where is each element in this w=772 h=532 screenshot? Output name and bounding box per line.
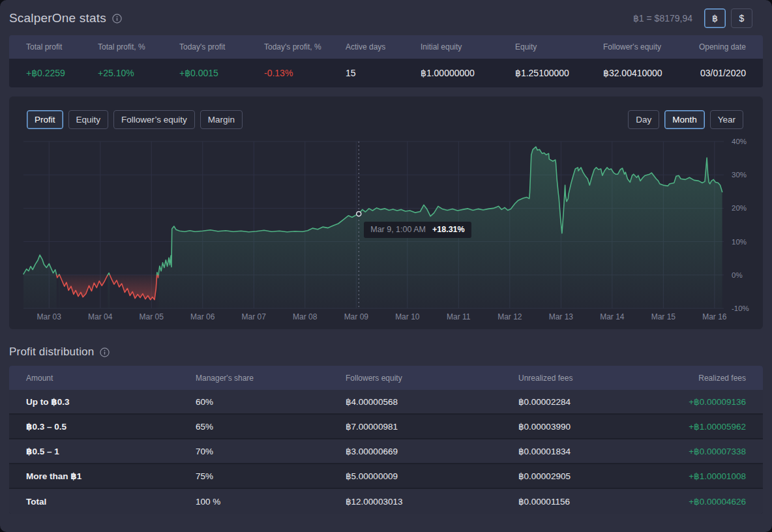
svg-text:Mar 12: Mar 12 (497, 312, 522, 321)
distribution-followers-equity: ฿12.00003013 (336, 496, 509, 507)
distribution-amount: ฿0.3 – 0.5 (17, 421, 186, 432)
svg-text:Mar 13: Mar 13 (549, 312, 574, 321)
distribution-followers-equity: ฿4.00000568 (336, 396, 509, 407)
metric-tab[interactable]: Follower’s equity (113, 110, 195, 129)
profit-chart: Mar 03Mar 04Mar 05Mar 06Mar 07Mar 08Mar … (9, 133, 763, 326)
chart-panel: ProfitEquityFollower’s equityMargin DayM… (9, 96, 763, 329)
svg-text:Mar 15: Mar 15 (651, 312, 676, 321)
info-icon[interactable] (112, 14, 122, 23)
distribution-row: Total 100 % ฿12.00003013 ฿0.00001156 +฿0… (9, 489, 763, 514)
distribution-column-header: Manager's share (186, 374, 336, 383)
distribution-unrealized-fees: ฿0.00003990 (509, 421, 672, 432)
svg-text:Mar 11: Mar 11 (447, 312, 471, 321)
svg-text:20%: 20% (732, 204, 747, 212)
stats-table-value-row: +฿0.2259+25.10%+฿0.0015-0.13%15฿1.000000… (9, 59, 763, 87)
svg-text:Mar 03: Mar 03 (37, 312, 62, 321)
stats-value: ฿1.00000000 (411, 68, 506, 78)
stats-table-header-row: Total profitTotal profit, %Today's profi… (9, 35, 763, 59)
chart-toolbar: ProfitEquityFollower’s equityMargin DayM… (9, 96, 763, 129)
exchange-rate: ฿1 = $8179,94 (633, 13, 692, 23)
distribution-followers-equity: ฿7.00000981 (336, 421, 509, 432)
svg-text:-10%: -10% (732, 304, 749, 312)
stats-column-header: Today's profit, % (255, 42, 336, 52)
distribution-row: More than ฿1 75% ฿5.00000009 ฿0.00002905… (9, 464, 763, 489)
svg-text:0%: 0% (732, 271, 743, 279)
svg-text:Mar 06: Mar 06 (190, 312, 215, 321)
stats-column-header: Total profit (17, 42, 89, 52)
range-tab[interactable]: Month (664, 110, 705, 129)
distribution-followers-equity: ฿3.00000669 (336, 446, 509, 456)
distribution-amount: More than ฿1 (17, 471, 186, 481)
svg-text:40%: 40% (732, 138, 747, 145)
currency-toggle-button[interactable]: ฿ (704, 8, 726, 28)
distribution-managers-share: 70% (186, 447, 336, 456)
svg-text:10%: 10% (732, 238, 747, 246)
distribution-unrealized-fees: ฿0.00001156 (509, 496, 672, 507)
metric-tab[interactable]: Profit (27, 110, 63, 129)
distribution-row: ฿0.5 – 1 70% ฿3.00000669 ฿0.00001834 +฿0… (9, 439, 763, 464)
distribution-row: ฿0.3 – 0.5 65% ฿7.00000981 ฿0.00003990 +… (9, 415, 763, 439)
currency-toggle: ฿$ (704, 8, 752, 28)
distribution-amount: Up to ฿0.3 (17, 396, 186, 407)
svg-text:Mar 05: Mar 05 (140, 312, 164, 321)
stats-column-header: Equity (506, 42, 594, 52)
stats-value: 03/01/2020 (682, 68, 755, 78)
distribution-column-header: Followers equity (336, 374, 509, 383)
distribution-realized-fees: +฿1.00001008 (672, 471, 755, 481)
svg-text:Mar 14: Mar 14 (600, 312, 625, 321)
metric-tab[interactable]: Margin (200, 110, 243, 129)
distribution-amount: ฿0.5 – 1 (17, 446, 186, 456)
distribution-header-row: AmountManager's shareFollowers equityUnr… (9, 366, 763, 390)
range-tab[interactable]: Day (628, 110, 659, 129)
currency-toggle-button[interactable]: $ (731, 8, 752, 28)
stats-column-header: Opening date (682, 42, 755, 52)
svg-text:Mar 10: Mar 10 (395, 312, 420, 321)
page-title: ScalperOne stats (9, 11, 106, 25)
distribution-realized-fees: +฿0.00007338 (672, 446, 755, 456)
distribution-title: Profit distribution (9, 346, 94, 359)
stats-column-header: Follower's equity (594, 42, 682, 52)
distribution-column-header: Amount (17, 374, 186, 383)
distribution-column-header: Unrealized fees (509, 374, 672, 383)
svg-text:Mar 08: Mar 08 (293, 312, 318, 321)
stats-value: +฿0.2259 (17, 68, 89, 78)
metric-tabs: ProfitEquityFollower’s equityMargin (27, 110, 243, 129)
stats-value: +฿0.0015 (170, 68, 255, 78)
stats-header: ScalperOne stats ฿1 = $8179,94 ฿$ (0, 0, 772, 35)
range-tabs: DayMonthYear (628, 110, 743, 129)
stats-column-header: Active days (336, 42, 411, 52)
stats-value: ฿1.25100000 (506, 68, 594, 78)
metric-tab[interactable]: Equity (68, 110, 109, 129)
distribution-header: Profit distribution (0, 329, 772, 366)
distribution-unrealized-fees: ฿0.00001834 (509, 446, 672, 456)
stats-column-header: Today's profit (170, 42, 255, 52)
stats-column-header: Initial equity (411, 42, 506, 52)
distribution-column-header: Realized fees (672, 374, 755, 383)
stats-column-header: Total profit, % (89, 42, 170, 52)
stats-table: Total profitTotal profit, %Today's profi… (9, 35, 763, 87)
range-tab[interactable]: Year (710, 110, 743, 129)
distribution-managers-share: 75% (186, 471, 336, 481)
svg-text:30%: 30% (732, 171, 747, 179)
scalperone-dashboard: ScalperOne stats ฿1 = $8179,94 ฿$ Total … (0, 0, 772, 532)
distribution-managers-share: 100 % (186, 497, 336, 507)
distribution-amount: Total (17, 497, 186, 507)
distribution-managers-share: 60% (186, 397, 336, 407)
distribution-followers-equity: ฿5.00000009 (336, 471, 509, 481)
distribution-table: AmountManager's shareFollowers equityUnr… (9, 366, 763, 514)
distribution-managers-share: 65% (186, 422, 336, 432)
distribution-body: Up to ฿0.3 60% ฿4.00000568 ฿0.00002284 +… (9, 390, 763, 514)
distribution-realized-fees: +฿1.00005962 (672, 421, 755, 432)
distribution-unrealized-fees: ฿0.00002284 (509, 396, 672, 407)
distribution-unrealized-fees: ฿0.00002905 (509, 471, 672, 481)
svg-text:Mar 09: Mar 09 (344, 312, 369, 321)
stats-value: +25.10% (89, 68, 170, 78)
distribution-row: Up to ฿0.3 60% ฿4.00000568 ฿0.00002284 +… (9, 390, 763, 415)
profit-chart-plot[interactable]: Mar 03Mar 04Mar 05Mar 06Mar 07Mar 08Mar … (9, 133, 763, 326)
stats-value: ฿32.00410000 (594, 68, 682, 78)
info-icon[interactable] (100, 347, 110, 357)
distribution-realized-fees: +฿0.00009136 (672, 396, 755, 407)
svg-text:Mar 07: Mar 07 (242, 312, 267, 321)
distribution-realized-fees: +฿0.00004626 (672, 496, 755, 507)
svg-text:Mar 04: Mar 04 (88, 312, 113, 321)
